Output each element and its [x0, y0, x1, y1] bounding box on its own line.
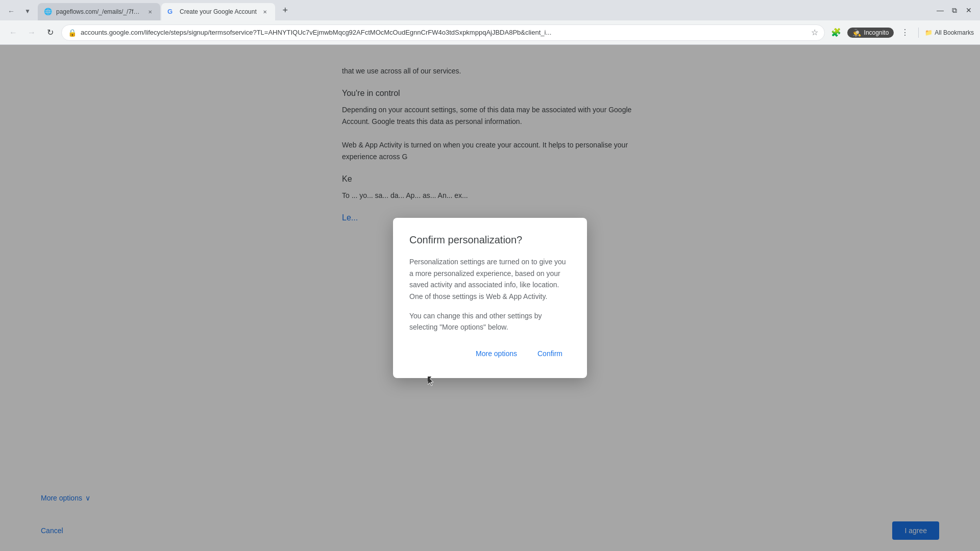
tab-2-close[interactable]: ✕: [261, 8, 269, 16]
forward-button[interactable]: →: [24, 26, 39, 40]
modal-overlay: Confirm personalization? Personalization…: [0, 45, 980, 551]
modal-actions: More options Confirm: [409, 345, 571, 362]
tab-bar: ← ▼ 🌐 pageflows.com/_/emails/_/7fb5... ✕…: [0, 0, 980, 20]
address-bar[interactable]: 🔒 accounts.google.com/lifecycle/steps/si…: [61, 24, 825, 41]
bookmark-star-icon[interactable]: ☆: [811, 28, 818, 37]
refresh-button[interactable]: ↻: [43, 26, 57, 40]
page-area: that we use across all of our services. …: [0, 45, 980, 551]
address-bar-row: ← → ↻ 🔒 accounts.google.com/lifecycle/st…: [0, 20, 980, 45]
modal-title: Confirm personalization?: [409, 234, 571, 246]
bookmarks-folder-icon: 📁: [925, 29, 933, 36]
tab-back-button[interactable]: ←: [4, 4, 18, 18]
tab-1-close[interactable]: ✕: [146, 8, 154, 16]
browser-frame: ← ▼ 🌐 pageflows.com/_/emails/_/7fb5... ✕…: [0, 0, 980, 551]
more-options-button[interactable]: More options: [468, 345, 525, 362]
bookmarks-folder-button[interactable]: 📁 All Bookmarks: [925, 29, 974, 36]
lock-icon: 🔒: [68, 29, 77, 37]
tab-1-title: pageflows.com/_/emails/_/7fb5...: [56, 8, 142, 15]
tab-2[interactable]: G Create your Google Account ✕: [161, 3, 275, 20]
confirm-button[interactable]: Confirm: [529, 345, 571, 362]
incognito-label: Incognito: [864, 29, 889, 36]
tab-1-favicon: 🌐: [44, 8, 52, 16]
confirm-dialog: Confirm personalization? Personalization…: [393, 218, 587, 378]
maximize-button[interactable]: ⧉: [951, 7, 958, 13]
back-button[interactable]: ←: [6, 26, 20, 40]
tab-2-title: Create your Google Account: [180, 8, 257, 15]
close-button[interactable]: ✕: [966, 7, 972, 13]
tab-2-favicon: G: [167, 8, 176, 16]
incognito-icon: 🕵️: [852, 29, 861, 37]
address-text: accounts.google.com/lifecycle/steps/sign…: [81, 29, 807, 36]
bookmarks-folder-label: All Bookmarks: [935, 29, 974, 36]
new-tab-button[interactable]: +: [278, 3, 292, 17]
minimize-button[interactable]: —: [937, 7, 943, 13]
window-controls: — ⧉ ✕: [937, 7, 976, 13]
incognito-badge: 🕵️ Incognito: [847, 28, 894, 38]
extensions-button[interactable]: 🧩: [829, 26, 843, 40]
modal-body-2: You can change this and other settings b…: [409, 310, 571, 333]
tab-1[interactable]: 🌐 pageflows.com/_/emails/_/7fb5... ✕: [38, 3, 160, 20]
menu-button[interactable]: ⋮: [898, 26, 912, 40]
tab-list-button[interactable]: ▼: [20, 4, 35, 18]
modal-body-1: Personalization settings are turned on t…: [409, 256, 571, 302]
